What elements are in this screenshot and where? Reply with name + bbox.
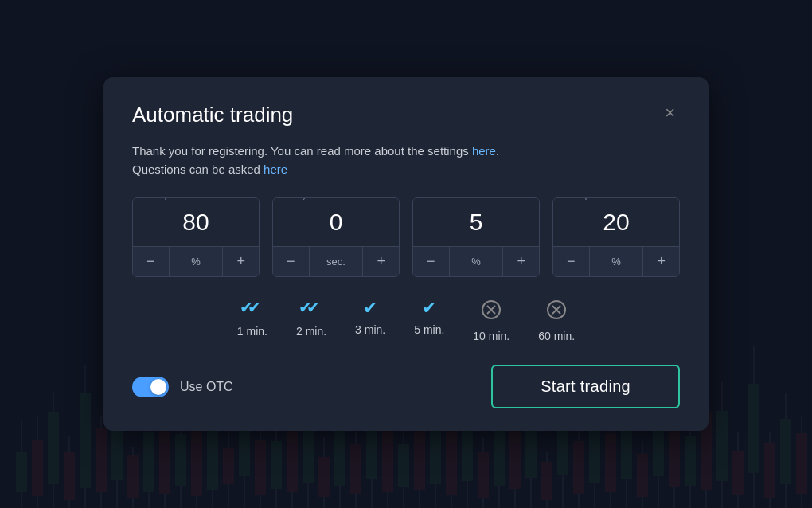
delay-minus-button[interactable]: − (273, 247, 309, 276)
delay-unit: sec. (309, 247, 364, 276)
modal-header: Automatic trading × (132, 103, 680, 127)
deals-limit-value: 5 (413, 198, 539, 246)
take-profit-minus-button[interactable]: − (553, 247, 589, 276)
take-profit-control: take profit 20 − % + (552, 197, 680, 277)
take-profit-value: 20 (553, 198, 679, 246)
min-profit-unit: % (169, 247, 224, 276)
use-otc-label: Use OTC (180, 380, 233, 394)
intervals-row: ✔ ✔ 1 min. ✔ ✔ 2 min. ✔ 3 min. ✔ 5 min. (132, 299, 680, 342)
interval-1min-icon: ✔ ✔ (240, 299, 265, 318)
interval-1min[interactable]: ✔ ✔ 1 min. (237, 299, 267, 342)
interval-3min-label: 3 min. (355, 323, 385, 336)
start-trading-button[interactable]: Start trading (491, 365, 680, 408)
controls-row: min. profit 80 − % + delay 0 − sec. + de… (132, 197, 680, 277)
interval-2min-label: 2 min. (296, 325, 326, 338)
deals-limit-control: deals limit 5 − % + (412, 197, 540, 277)
description-link-here1[interactable]: here (472, 144, 496, 158)
use-otc-toggle[interactable] (132, 377, 169, 397)
take-profit-buttons: − % + (553, 246, 679, 276)
take-profit-plus-button[interactable]: + (643, 247, 679, 276)
delay-control: delay 0 − sec. + (272, 197, 400, 277)
interval-2min-icon: ✔ ✔ (299, 299, 324, 318)
bottom-row: Use OTC Start trading (132, 365, 680, 408)
use-otc-section: Use OTC (132, 377, 233, 397)
delay-buttons: − sec. + (273, 246, 399, 276)
interval-3min[interactable]: ✔ 3 min. (355, 299, 385, 342)
min-profit-minus-button[interactable]: − (133, 247, 169, 276)
interval-10min-icon (481, 299, 502, 323)
deals-limit-buttons: − % + (413, 246, 539, 276)
toggle-thumb (150, 379, 166, 395)
interval-3min-icon: ✔ (363, 299, 377, 317)
interval-10min[interactable]: 10 min. (473, 299, 509, 342)
interval-5min-label: 5 min. (414, 323, 444, 336)
description-text-1: Thank you for registering. You can read … (132, 144, 472, 158)
modal-description: Thank you for registering. You can read … (132, 142, 680, 179)
interval-2min[interactable]: ✔ ✔ 2 min. (296, 299, 326, 342)
interval-60min[interactable]: 60 min. (538, 299, 575, 342)
interval-5min-icon: ✔ (422, 299, 436, 317)
modal-dialog: Automatic trading × Thank you for regist… (103, 77, 709, 432)
deals-limit-minus-button[interactable]: − (413, 247, 449, 276)
description-text-2: Questions can be asked (132, 162, 264, 176)
interval-5min[interactable]: ✔ 5 min. (414, 299, 444, 342)
min-profit-buttons: − % + (133, 246, 259, 276)
take-profit-label: take profit (563, 197, 607, 200)
min-profit-control: min. profit 80 − % + (132, 197, 260, 277)
close-button[interactable]: × (660, 103, 680, 123)
interval-60min-icon (546, 299, 567, 323)
min-profit-plus-button[interactable]: + (223, 247, 259, 276)
deals-limit-label: deals limit (423, 197, 468, 200)
interval-1min-label: 1 min. (237, 325, 267, 338)
interval-60min-label: 60 min. (538, 330, 575, 342)
description-period: . (496, 144, 499, 158)
modal-title: Automatic trading (132, 103, 293, 127)
min-profit-value: 80 (133, 198, 259, 246)
deals-limit-plus-button[interactable]: + (503, 247, 539, 276)
delay-label: delay (283, 197, 310, 200)
take-profit-unit: % (589, 247, 644, 276)
description-link-here2[interactable]: here (264, 162, 287, 176)
delay-plus-button[interactable]: + (363, 247, 399, 276)
min-profit-label: min. profit (142, 197, 187, 200)
interval-10min-label: 10 min. (473, 330, 509, 342)
delay-value: 0 (273, 198, 399, 246)
deals-limit-unit: % (449, 247, 504, 276)
